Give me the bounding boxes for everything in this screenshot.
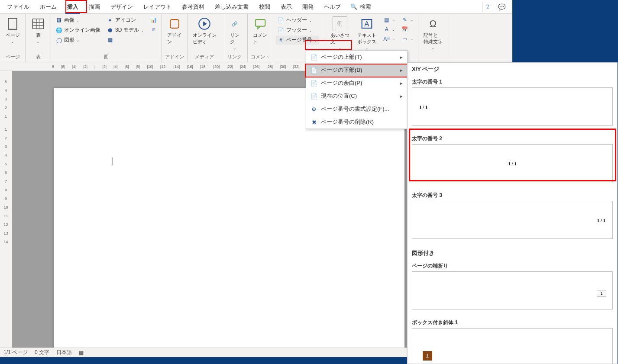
link-icon: 🔗 [227, 16, 242, 31]
chart-button[interactable]: 📊 [149, 16, 159, 24]
wordart-icon: A [383, 26, 390, 33]
gallery-opt5-title: ボックス付き斜体 1 [412, 317, 613, 328]
footer-button[interactable]: 📄フッター [276, 26, 319, 35]
links-label: リン ク [230, 32, 239, 45]
chevron-right-icon: ▸ [400, 55, 403, 60]
group-comments-label: コメント [250, 54, 270, 61]
status-accessibility-icon[interactable]: ▦ [79, 350, 84, 356]
icons-label: アイコン [115, 16, 136, 24]
tab-layout[interactable]: レイアウト [138, 0, 177, 13]
icons-button[interactable]: ✦アイコン [105, 16, 146, 25]
screenshot-icon: ⎚ [150, 26, 157, 33]
vertical-ruler: 543211234567891011121314 [0, 71, 12, 348]
svg-rect-0 [8, 18, 17, 29]
table-button[interactable]: 表 [28, 16, 48, 45]
status-page[interactable]: 1/1 ページ [3, 349, 28, 356]
group-illustrations-label: 図 [54, 54, 159, 61]
group-pages-label: ページ [3, 54, 23, 61]
dd-bottom-of-page[interactable]: 📄ページの下部(B)▸ [306, 64, 407, 77]
tab-insert[interactable]: 挿入 [62, 0, 84, 13]
smartart-button[interactable]: ▦ [105, 35, 146, 44]
tab-mailings[interactable]: 差し込み文書 [210, 0, 254, 13]
pages-button[interactable]: ページ [3, 16, 23, 45]
table-icon [31, 16, 45, 31]
page-number-icon: # [278, 37, 285, 44]
tab-draw[interactable]: 描画 [84, 0, 105, 13]
datetime-icon: 📅 [401, 26, 408, 33]
dd-current-position[interactable]: 📄現在の位置(C)▸ [306, 90, 407, 103]
online-video-button[interactable]: オンライン ビデオ [190, 16, 219, 46]
textbox-button[interactable]: A テキスト ボックス [355, 16, 379, 51]
tab-view[interactable]: 表示 [275, 0, 297, 13]
tab-help[interactable]: ヘルプ [319, 0, 346, 13]
gallery-opt2-title: 太字の番号 2 [412, 133, 613, 144]
pictures-button[interactable]: 🖼画像 [54, 16, 102, 25]
share-icon[interactable]: ⇪ [482, 2, 493, 12]
page-icon: 📄 [311, 80, 317, 87]
tab-home[interactable]: ホーム [35, 0, 62, 13]
quickparts-icon: ▤ [383, 16, 390, 23]
shapes-button[interactable]: ◯図形 [54, 35, 102, 45]
addins-button[interactable]: アドイ ン [165, 16, 184, 46]
dd-current-label: 現在の位置(C) [321, 92, 357, 100]
page-icon: 📄 [311, 54, 317, 61]
page-number-button[interactable]: #ページ番号 [276, 35, 319, 45]
tab-developer[interactable]: 開発 [297, 0, 319, 13]
signature-button[interactable]: ✎ [400, 16, 415, 24]
group-symbols-label [421, 55, 445, 61]
dropcap-button[interactable]: A≡ [382, 35, 397, 43]
search-label: 検索 [360, 3, 371, 11]
dd-top-of-page[interactable]: 📄ページの上部(T)▸ [306, 51, 407, 64]
header-label: ヘッダー [286, 16, 307, 24]
comment-button[interactable]: コメン ト [250, 16, 270, 46]
tab-design[interactable]: デザイン [105, 0, 138, 13]
gallery-option-bold-1[interactable]: 太字の番号 1 1 / 1 [412, 77, 613, 126]
tab-file[interactable]: ファイル [2, 0, 35, 13]
gallery-option-box-italic-1[interactable]: ボックス付き斜体 1 1 [412, 317, 613, 364]
gallery-opt2-num: 1 / 1 [508, 161, 517, 166]
status-language[interactable]: 日本語 [56, 349, 72, 356]
quickparts-button[interactable]: ▤ [382, 16, 397, 24]
comments-icon[interactable]: 💬 [496, 2, 507, 12]
header-button[interactable]: 📄ヘッダー [276, 16, 319, 25]
omega-icon: Ω [426, 16, 440, 31]
page-number-gallery: X/Y ページ 太字の番号 1 1 / 1 太字の番号 2 1 / 1 太字の番… [407, 62, 618, 364]
page-icon: 📄 [311, 93, 317, 100]
gallery-option-bold-3[interactable]: 太字の番号 3 1 / 1 [412, 190, 613, 239]
search-icon: 🔍 [350, 3, 357, 10]
online-pictures-button[interactable]: 🌐オンライン画像 [54, 26, 102, 35]
3dmodels-label: 3D モデル [115, 26, 139, 34]
search-box[interactable]: 🔍 検索 [346, 3, 375, 11]
group-links-label: リンク [225, 54, 245, 61]
signature-icon: ✎ [401, 16, 408, 23]
tab-references[interactable]: 参考資料 [177, 0, 210, 13]
dd-format-label: ページ番号の書式設定(F)... [321, 105, 389, 113]
screenshot-button[interactable]: ⎚ [149, 25, 159, 34]
fold-shape: 1 [597, 290, 606, 297]
3dmodels-button[interactable]: ⬢3D モデル [105, 26, 146, 35]
links-button[interactable]: 🔗 リン ク [225, 16, 245, 51]
dropcap-icon: A≡ [383, 35, 390, 42]
gallery-option-fold[interactable]: ページの端折り 1 [412, 261, 613, 309]
greeting-button[interactable]: 例 あいさつ 文 [328, 16, 352, 51]
dd-remove-page-numbers[interactable]: ✖ページ番号の削除(R) [306, 116, 407, 129]
picture-icon: 🖼 [55, 17, 62, 24]
dd-top-label: ページの上部(T) [321, 53, 362, 61]
group-addins-label: アドイン [165, 54, 184, 61]
symbols-button[interactable]: Ω 記号と 特殊文字 [421, 16, 445, 51]
wordart-button[interactable]: A [382, 25, 397, 34]
dd-format-page-numbers[interactable]: ⚙ページ番号の書式設定(F)... [306, 103, 407, 116]
status-word-count[interactable]: 0 文字 [35, 349, 49, 356]
tab-review[interactable]: 校閲 [254, 0, 275, 13]
symbols-label: 記号と 特殊文字 [424, 32, 443, 45]
datetime-button[interactable]: 📅 [400, 25, 415, 34]
gallery-opt3-title: 太字の番号 3 [412, 190, 613, 201]
dd-margin-label: ページの余白(P) [321, 79, 362, 87]
gallery-option-bold-2[interactable]: 太字の番号 2 1 / 1 [412, 133, 613, 182]
object-button[interactable]: ▭ [400, 35, 415, 43]
addins-icon [167, 16, 182, 31]
dd-page-margins[interactable]: 📄ページの余白(P)▸ [306, 77, 407, 90]
addins-label: アドイ ン [167, 32, 181, 45]
pictures-label: 画像 [64, 16, 74, 24]
gallery-shapes-header: 図形付き [408, 247, 617, 259]
